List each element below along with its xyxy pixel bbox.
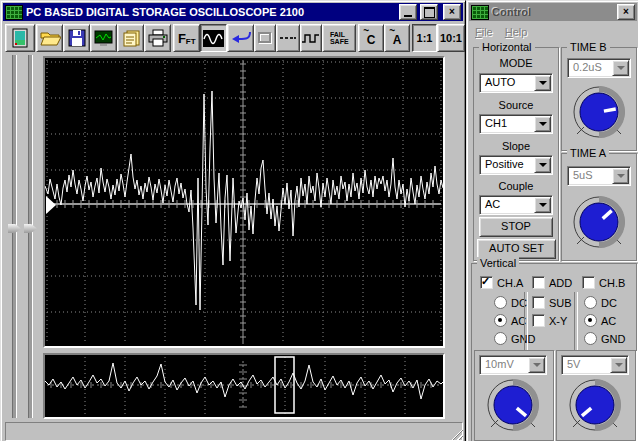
print-button[interactable] xyxy=(144,24,171,52)
auto-set-button[interactable]: AUTO SET xyxy=(477,239,556,259)
waveform-display-button[interactable] xyxy=(200,24,227,52)
slider-track xyxy=(28,55,33,418)
probe-1to1-button[interactable]: 1:1 xyxy=(412,24,437,52)
probe-10to1-label: 10:1 xyxy=(440,32,462,44)
cal-a-button[interactable]: ~ A xyxy=(384,24,410,52)
checkbox-icon: ✓ xyxy=(532,296,545,309)
save-button[interactable] xyxy=(63,24,90,52)
source-dropdown[interactable]: CH1 xyxy=(479,114,553,134)
channel-a-slider-thumb[interactable] xyxy=(8,224,21,233)
open-button[interactable] xyxy=(36,24,63,52)
channel-b-slider-thumb[interactable] xyxy=(24,224,37,233)
probe-10to1-button[interactable]: 10:1 xyxy=(437,24,465,52)
fft-button[interactable]: FFT xyxy=(173,24,200,52)
dropdown-arrow-button[interactable] xyxy=(534,157,551,173)
fft-label-main: F xyxy=(178,31,186,46)
channel-a-gain-panel: 10mV xyxy=(474,350,554,441)
maximize-button[interactable] xyxy=(420,4,438,20)
overview-grid xyxy=(47,357,441,415)
channel-b-gain-knob[interactable] xyxy=(563,377,627,433)
time-b-knob[interactable] xyxy=(567,84,631,140)
minimize-button[interactable] xyxy=(399,4,417,20)
control-titlebar[interactable]: Control × xyxy=(469,3,637,21)
time-a-dropdown[interactable]: 5uS xyxy=(567,166,631,186)
channel-b-dc-radio[interactable]: DC xyxy=(584,296,617,309)
radio-icon xyxy=(584,314,597,327)
toolbar: FFT xyxy=(3,24,465,52)
app-icon xyxy=(5,5,23,20)
radio-icon xyxy=(584,296,597,309)
channel-b-ac-radio[interactable]: AC xyxy=(584,314,616,327)
menu-bar: File Help xyxy=(471,23,635,40)
main-titlebar[interactable]: PC BASED DIGITAL STORAGE OSCILLOSCOPE 21… xyxy=(3,3,463,21)
time-b-dropdown[interactable]: 0.2uS xyxy=(567,58,631,78)
add-checkbox[interactable]: ✓ ADD xyxy=(532,276,572,289)
time-a-group: TIME A 5uS xyxy=(561,153,637,261)
channel-b-label: CH.B xyxy=(599,277,625,289)
dc-label: DC xyxy=(601,297,617,309)
main-window: PC BASED DIGITAL STORAGE OSCILLOSCOPE 21… xyxy=(0,0,466,441)
time-a-legend: TIME A xyxy=(567,147,609,160)
tilde-icon: ~ xyxy=(389,25,395,36)
chevron-down-icon xyxy=(615,363,623,367)
dropdown-arrow-button[interactable] xyxy=(534,75,551,91)
slope-dropdown[interactable]: Positive xyxy=(479,155,553,175)
dropdown-arrow-button[interactable] xyxy=(534,116,551,132)
channel-b-checkbox[interactable]: ✓ CH.B xyxy=(582,276,625,289)
menu-file[interactable]: File xyxy=(475,26,493,38)
channel-b-gnd-radio[interactable]: GND xyxy=(584,332,625,345)
cal-c-button[interactable]: ~ C xyxy=(358,24,384,52)
channel-b-position-slider xyxy=(24,54,37,419)
divider xyxy=(574,292,578,350)
xy-checkbox[interactable]: ✓ X-Y xyxy=(532,314,567,327)
xy-label: X-Y xyxy=(549,315,567,327)
mode-dropdown[interactable]: AUTO xyxy=(479,73,553,93)
channel-a-dc-radio[interactable]: DC xyxy=(494,296,527,309)
dropdown-arrow-button[interactable] xyxy=(612,60,629,76)
fail-safe-label-2: SAFE xyxy=(330,38,349,45)
control-window-title: Control xyxy=(492,6,614,18)
fail-safe-button[interactable]: FAILSAFE xyxy=(322,24,356,52)
channel-a-gnd-radio[interactable]: GND xyxy=(494,332,535,345)
chevron-down-icon xyxy=(539,81,547,85)
square-wave-button[interactable] xyxy=(300,24,322,52)
chevron-down-icon xyxy=(539,203,547,207)
grid-toggle-button[interactable] xyxy=(254,24,276,52)
channel-a-gain-knob[interactable] xyxy=(481,377,545,433)
couple-dropdown[interactable]: AC xyxy=(479,195,553,215)
stop-button[interactable]: STOP xyxy=(479,217,553,237)
add-label: ADD xyxy=(549,277,572,289)
ac-label: AC xyxy=(601,315,616,327)
notes-button[interactable] xyxy=(117,24,144,52)
dropdown-arrow-button[interactable] xyxy=(610,357,627,373)
dotted-line-button[interactable] xyxy=(276,24,300,52)
channel-a-volts-dropdown[interactable]: 10mV xyxy=(479,355,547,375)
checkbox-icon: ✓ xyxy=(582,276,595,289)
capture-button[interactable] xyxy=(90,24,117,52)
dropdown-arrow-button[interactable] xyxy=(612,168,629,184)
tilde-icon: ~ xyxy=(363,25,369,36)
time-b-group: TIME B 0.2uS xyxy=(561,47,637,151)
close-button[interactable]: × xyxy=(443,4,461,20)
radio-icon xyxy=(494,296,507,309)
channel-a-checkbox[interactable]: ✓ CH.A xyxy=(480,276,523,289)
checkbox-icon: ✓ xyxy=(532,276,545,289)
checkbox-icon: ✓ xyxy=(532,314,545,327)
sub-checkbox[interactable]: ✓ SUB xyxy=(532,296,572,309)
dropdown-arrow-button[interactable] xyxy=(528,357,545,373)
chevron-down-icon xyxy=(539,122,547,126)
time-a-knob[interactable] xyxy=(567,194,631,250)
vertical-group: Vertical ✓ CH.A ✓ ADD ✓ CH.B DC AC GND ✓… xyxy=(471,263,637,441)
channel-b-volts-dropdown[interactable]: 5V xyxy=(561,355,629,375)
control-close-button[interactable]: × xyxy=(617,4,635,20)
scope-grid xyxy=(47,60,441,346)
close-icon: × xyxy=(623,7,629,17)
main-scope-display xyxy=(43,56,445,348)
exit-button[interactable] xyxy=(5,24,35,52)
screen-capture-icon xyxy=(93,29,115,47)
undo-sweep-button[interactable] xyxy=(227,24,254,52)
menu-help[interactable]: Help xyxy=(505,26,528,38)
channel-a-ac-radio[interactable]: AC xyxy=(494,314,526,327)
checkbox-icon: ✓ xyxy=(480,276,493,289)
dropdown-arrow-button[interactable] xyxy=(534,197,551,213)
